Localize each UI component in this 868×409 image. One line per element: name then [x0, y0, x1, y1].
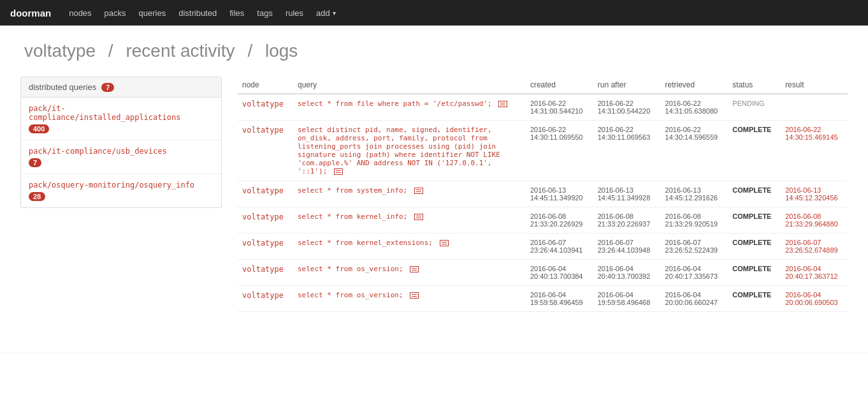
page: voltatype / recent activity / logs distr… [0, 26, 868, 327]
cell-query-5: select * from os_version; [293, 260, 525, 286]
cell-retrieved-5: 2016-06-0420:40:17.335673 [660, 260, 728, 286]
sidebar-item-name-0: pack/it-compliance/installed_application… [29, 104, 213, 122]
table-icon[interactable] [440, 240, 449, 246]
cell-result-2[interactable]: 2016-06-1314:45:12.320456 [780, 181, 848, 207]
table-row: voltatype select distinct pid, name, sig… [237, 121, 848, 181]
cell-status-2: COMPLETE [727, 181, 780, 207]
sidebar-items: pack/it-compliance/installed_application… [20, 98, 222, 208]
nav-rules[interactable]: rules [286, 8, 303, 18]
cell-node-4[interactable]: voltatype [237, 234, 293, 260]
cell-runafter-0: 2016-06-2214:31:00.544220 [593, 94, 660, 121]
cell-created-1: 2016-06-2214:30:11.069550 [525, 121, 593, 181]
activity-table: node query created run after retrieved s… [237, 77, 848, 312]
cell-query-3: select * from kernel_info; [293, 207, 525, 234]
cell-created-2: 2016-06-1314:45:11.349920 [525, 181, 593, 207]
cell-status-1: COMPLETE [727, 121, 780, 181]
nav-distributed[interactable]: distributed [178, 8, 217, 18]
cell-node-2[interactable]: voltatype [237, 181, 293, 207]
table-row: voltatype select * from kernel_info; 201… [237, 207, 848, 234]
cell-runafter-6: 2016-06-0419:59:58.496468 [593, 286, 660, 312]
sidebar-item-badge-1: 7 [29, 158, 41, 167]
cell-status-6: COMPLETE [727, 286, 780, 312]
cell-status-5: COMPLETE [727, 260, 780, 286]
col-header-query: query [293, 77, 525, 94]
sidebar-item-1[interactable]: pack/it-compliance/usb_devices 7 [21, 140, 221, 174]
col-header-created: created [525, 77, 593, 94]
cell-node-1[interactable]: voltatype [237, 121, 293, 181]
page-title: voltatype / recent activity / logs [20, 41, 848, 61]
col-header-status: status [727, 77, 780, 94]
cell-runafter-4: 2016-06-0723:26:44.103948 [593, 234, 660, 260]
cell-result-0 [780, 94, 848, 121]
sidebar-item-name-2: pack/osquery-monitoring/osquery_info [29, 181, 213, 190]
chevron-down-icon: ▾ [333, 10, 336, 17]
cell-node-0[interactable]: voltatype [237, 94, 293, 121]
cell-result-1[interactable]: 2016-06-2214:30:15.469145 [780, 121, 848, 181]
table-icon[interactable] [498, 101, 507, 107]
cell-created-5: 2016-06-0420:40:13.700384 [525, 260, 593, 286]
sidebar-item-badge-0: 400 [29, 124, 49, 133]
cell-retrieved-2: 2016-06-1314:45:12.291626 [660, 181, 728, 207]
nav-nodes[interactable]: nodes [69, 8, 91, 18]
cell-result-5[interactable]: 2016-06-0420:40:17.363712 [780, 260, 848, 286]
cell-retrieved-6: 2016-06-0420:00:06.660247 [660, 286, 728, 312]
table-row: voltatype select * from file where path … [237, 94, 848, 121]
cell-runafter-3: 2016-06-0821:33:20.226937 [593, 207, 660, 234]
cell-node-3[interactable]: voltatype [237, 207, 293, 234]
col-header-retrieved: retrieved [660, 77, 728, 94]
table-row: voltatype select * from os_version; 2016… [237, 260, 848, 286]
sidebar-item-name-1: pack/it-compliance/usb_devices [29, 147, 213, 156]
nav-queries[interactable]: queries [139, 8, 166, 18]
cell-query-4: select * from kernel_extensions; [293, 234, 525, 260]
cell-node-6[interactable]: voltatype [237, 286, 293, 312]
sidebar-section-badge: 7 [101, 83, 114, 92]
cell-query-2: select * from system_info; [293, 181, 525, 207]
cell-query-6: select * from os_version; [293, 286, 525, 312]
cell-created-3: 2016-06-0821:33:20.226929 [525, 207, 593, 234]
sidebar-item-badge-2: 28 [29, 192, 45, 201]
page-divider [0, 353, 868, 353]
table-header-row: node query created run after retrieved s… [237, 77, 848, 94]
cell-created-0: 2016-06-2214:31:00.544210 [525, 94, 593, 121]
cell-query-0: select * from file where path = '/etc/pa… [293, 94, 525, 121]
table-icon[interactable] [414, 188, 423, 194]
table-icon[interactable] [410, 266, 419, 272]
sidebar: distributed queries 7 pack/it-compliance… [20, 77, 237, 312]
sidebar-item-0[interactable]: pack/it-compliance/installed_application… [21, 98, 221, 140]
table-icon[interactable] [410, 292, 419, 299]
cell-result-3[interactable]: 2016-06-0821:33:29.964880 [780, 207, 848, 234]
cell-query-1: select distinct pid, name, signed, ident… [293, 121, 525, 181]
cell-status-0: PENDING [727, 94, 780, 121]
cell-runafter-5: 2016-06-0420:40:13.700392 [593, 260, 660, 286]
layout: distributed queries 7 pack/it-compliance… [20, 77, 848, 312]
cell-status-4: COMPLETE [727, 234, 780, 260]
cell-result-4[interactable]: 2016-06-0723:26:52.674889 [780, 234, 848, 260]
table-icon[interactable] [414, 214, 423, 220]
nav-packs[interactable]: packs [105, 8, 126, 18]
cell-retrieved-4: 2016-06-0723:26:52.522439 [660, 234, 728, 260]
cell-created-6: 2016-06-0419:59:58.496459 [525, 286, 593, 312]
sidebar-item-2[interactable]: pack/osquery-monitoring/osquery_info 28 [21, 174, 221, 207]
nav-add[interactable]: add ▾ [316, 8, 336, 18]
cell-runafter-2: 2016-06-1314:45:11.349928 [593, 181, 660, 207]
sidebar-section-title: distributed queries 7 [20, 77, 222, 98]
cell-retrieved-3: 2016-06-0821:33:29.920519 [660, 207, 728, 234]
cell-runafter-1: 2016-06-2214:30:11.069563 [593, 121, 660, 181]
col-header-runafter: run after [593, 77, 660, 94]
cell-result-6[interactable]: 2016-06-0420:00:06.690503 [780, 286, 848, 312]
cell-retrieved-1: 2016-06-2214:30:14.596559 [660, 121, 728, 181]
cell-node-5[interactable]: voltatype [237, 260, 293, 286]
main-content: node query created run after retrieved s… [237, 77, 848, 312]
col-header-node: node [237, 77, 293, 94]
cell-status-3: COMPLETE [727, 207, 780, 234]
brand-link[interactable]: doorman [10, 8, 51, 19]
table-icon[interactable] [334, 168, 343, 175]
table-row: voltatype select * from system_info; 201… [237, 181, 848, 207]
nav-tags[interactable]: tags [257, 8, 273, 18]
cell-retrieved-0: 2016-06-2214:31:05.638080 [660, 94, 728, 121]
table-row: voltatype select * from os_version; 2016… [237, 286, 848, 312]
navbar: doorman nodes packs queries distributed … [0, 0, 868, 26]
col-header-result: result [780, 77, 848, 94]
nav-files[interactable]: files [229, 8, 244, 18]
cell-created-4: 2016-06-0723:26:44.103941 [525, 234, 593, 260]
